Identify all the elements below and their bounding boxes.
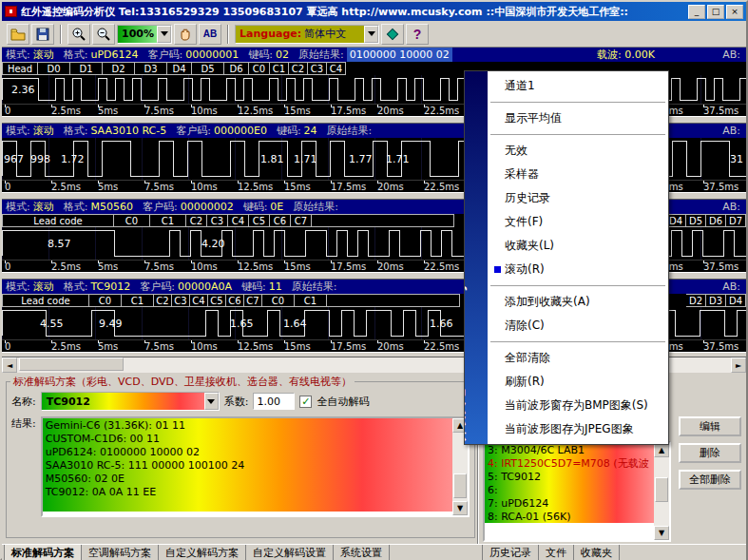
right-tab-1[interactable]: 历史记录 [482, 545, 539, 560]
menu-item[interactable]: 当前波形图存为JPEG图象 [488, 417, 668, 441]
edit-button[interactable]: 编辑 [679, 416, 741, 436]
tab-5[interactable]: 系统设置 [333, 545, 390, 560]
scrollbar-thumb[interactable] [655, 477, 668, 502]
favorite-item[interactable]: 5: TC9012 [485, 470, 654, 483]
zoom-level-value: 100% [122, 28, 154, 40]
scrollbar-track[interactable] [654, 457, 669, 526]
menu-item[interactable]: 采样器 [488, 163, 668, 186]
wave-measurement: 9.49 [99, 318, 123, 330]
language-select[interactable]: Language: 简体中文 [235, 25, 379, 44]
send-button[interactable] [381, 24, 404, 45]
coefficient-input[interactable] [253, 393, 295, 410]
field-value: 00000001 [185, 48, 239, 62]
toolbar-separator [227, 25, 229, 44]
right-tab-3[interactable]: 收藏夹 [573, 545, 620, 560]
scroll-up-button[interactable]: ▲ [654, 443, 669, 457]
menu-item[interactable]: 无效 [488, 139, 668, 163]
diamond-icon [385, 27, 400, 42]
decoder-name-select[interactable]: TC9012 [41, 392, 220, 411]
help-icon: ? [413, 27, 422, 42]
menu-item[interactable]: 收藏夹(L) [488, 234, 668, 258]
menu-item[interactable]: 添加到收藏夹(A) [488, 290, 668, 314]
help-button[interactable]: ? [406, 24, 429, 45]
tab-1[interactable]: 标准解码方案 [4, 545, 82, 560]
scroll-right-button[interactable]: ► [731, 357, 746, 373]
ab-compare-button[interactable]: AB [199, 24, 221, 45]
zoom-out-button[interactable] [92, 24, 115, 45]
menu-item[interactable]: 刷新(R) [488, 370, 668, 394]
tab-3[interactable]: 自定义解码方案 [158, 545, 246, 560]
delete-all-button[interactable]: 全部删除 [679, 470, 741, 490]
vertical-scrollbar[interactable]: ▲▼ [654, 443, 669, 540]
scroll-down-button[interactable]: ▼ [654, 526, 669, 540]
menu-item-label: 通道1 [505, 78, 535, 94]
result-row-item[interactable]: uPD6124: 0100000 10000 02 [43, 445, 452, 458]
bit-cell: D3 [706, 294, 726, 307]
wave-measurement: 8.57 [48, 238, 71, 250]
zoom-level-select[interactable]: 100% [117, 25, 172, 44]
field-label: 键码: [241, 280, 266, 294]
menu-item[interactable]: 当前波形窗存为BMP图象(S) [488, 394, 668, 417]
tick-label: 10ms [191, 341, 218, 352]
wave-measurement: 998 [30, 153, 50, 165]
context-menu-items: 通道1显示平均值无效采样器历史记录文件(F)收藏夹(L)滚动(R)添加到收藏夹(… [488, 71, 668, 444]
field-label: 客户码: [176, 124, 211, 138]
wave-measurement: 1.81 [260, 153, 284, 165]
menu-item[interactable]: 显示平均值 [488, 106, 668, 130]
menu-item[interactable]: 滚动(R) [488, 258, 668, 281]
tick-label: 5ms [98, 182, 118, 192]
favorites-list[interactable]: 3: M3004/6C LAB14: IRT1250C5D7=M708 (无载波… [483, 441, 671, 542]
zoom-in-button[interactable] [67, 24, 90, 45]
auto-decode-checkbox[interactable]: ✓ [299, 396, 312, 408]
favorite-item[interactable]: 4: IRT1250C5D7=M708 (无载波 [485, 456, 654, 470]
menu-item[interactable]: 清除(C) [488, 314, 668, 338]
menu-separator [488, 98, 668, 106]
result-row-item[interactable] [43, 498, 452, 512]
scrollbar-thumb[interactable] [19, 357, 124, 371]
chevron-down-icon[interactable] [157, 26, 171, 43]
scroll-left-button[interactable]: ◄ [2, 357, 17, 373]
minimize-button[interactable]: _ [688, 5, 705, 19]
standard-decoder-group: 标准解码方案（彩电、VCD、DVD、卫星接收机、选台器、有线电视等） 名称: T… [6, 375, 475, 538]
maximize-button[interactable]: □ [707, 5, 724, 19]
tab-4[interactable]: 自定义解码设置 [245, 545, 334, 560]
tab-2[interactable]: 空调解码方案 [81, 545, 159, 560]
menu-item[interactable]: 全部清除 [488, 346, 668, 370]
field-value: 00000A0A [178, 280, 232, 294]
menu-item[interactable]: 历史记录 [488, 186, 668, 210]
favorite-item[interactable]: 7: uPD6124 [485, 496, 654, 510]
wave-measurement: 1.72 [61, 153, 85, 165]
scroll-down-button[interactable]: ▼ [452, 501, 468, 515]
wave-measurement: 967 [4, 153, 24, 165]
chevron-down-icon[interactable] [204, 393, 219, 410]
bit-cell: D2 [103, 62, 135, 75]
result-row-item[interactable]: Gemini-C6 (31.36K): 01 11 [43, 418, 452, 432]
delete-button[interactable]: 删除 [679, 443, 741, 463]
favorite-item[interactable]: 8: RCA-01 (56K) [485, 510, 654, 523]
field-label: 模式: [6, 200, 30, 214]
scrollbar-thumb[interactable] [453, 473, 467, 498]
result-row-item[interactable]: CUSTOM-C1D6: 00 11 [43, 432, 452, 445]
pan-hand-button[interactable] [174, 24, 197, 45]
bit-cell: C3 [207, 214, 228, 227]
menu-item[interactable]: 通道1 [488, 74, 668, 98]
tick-label: 12.5ms [238, 261, 273, 272]
chevron-down-icon[interactable] [364, 26, 378, 43]
right-tab-2[interactable]: 文件 [538, 545, 574, 560]
result-row-item[interactable]: M50560: 02 0E [43, 472, 452, 485]
favorite-item[interactable]: 3: M3004/6C LAB1 [485, 443, 654, 456]
favorite-item[interactable]: 6: [485, 483, 654, 496]
zoom-out-icon [96, 27, 111, 42]
save-button[interactable] [31, 24, 54, 45]
result-row-item[interactable]: SAA3010 RC-5: 111 00000 100100 24 [43, 458, 452, 472]
menu-item-label: 收藏夹(L) [505, 238, 554, 254]
bit-cell: C6 [226, 294, 244, 307]
menu-item[interactable]: 文件(F) [488, 210, 668, 234]
close-button[interactable]: × [726, 5, 743, 19]
result-row-item[interactable]: TC9012: 0A 0A 11 EE [43, 485, 452, 498]
open-file-button[interactable] [7, 24, 29, 45]
decode-results-list[interactable]: Gemini-C6 (31.36K): 01 11CUSTOM-C1D6: 00… [41, 416, 470, 517]
language-value: 简体中文 [304, 27, 346, 41]
field-label: 模式: [6, 124, 30, 138]
toolbar-separator [60, 25, 62, 44]
